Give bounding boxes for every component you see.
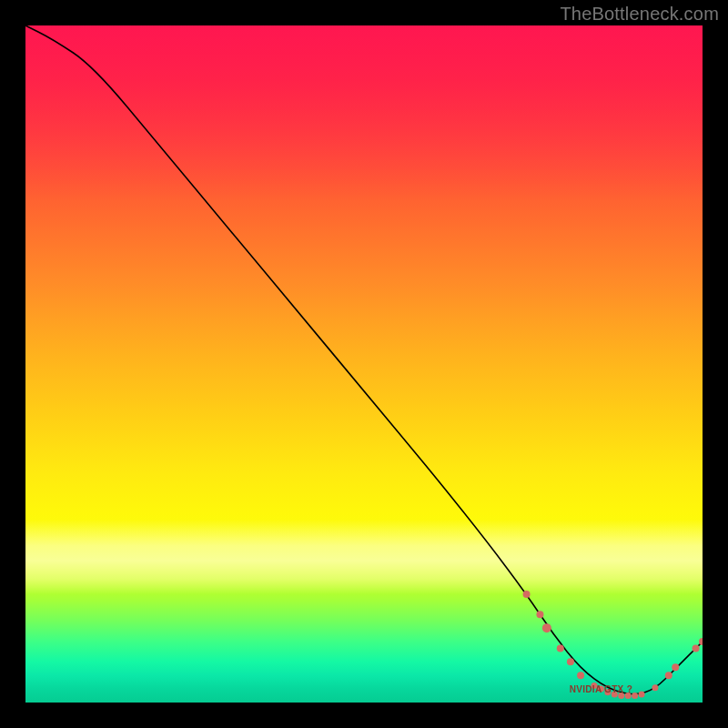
curve-marker xyxy=(632,693,638,699)
curve-marker xyxy=(577,672,584,679)
curve-marker xyxy=(557,644,564,652)
chart-stage: TheBottleneck.com NVIDIA GTX ? xyxy=(0,0,728,728)
curve-markers xyxy=(523,591,703,699)
curve-marker xyxy=(652,684,658,691)
curve-marker xyxy=(665,672,672,679)
bottleneck-curve xyxy=(25,25,703,694)
curve-layer xyxy=(25,25,703,703)
curve-marker xyxy=(639,692,645,698)
curve-marker xyxy=(567,658,574,665)
plot-area: NVIDIA GTX ? xyxy=(25,25,703,703)
curve-marker xyxy=(523,591,531,598)
curve-marker xyxy=(672,663,679,671)
curve-marker xyxy=(693,644,700,652)
curve-min-label: NVIDIA GTX ? xyxy=(570,684,632,694)
curve-marker xyxy=(542,623,551,632)
curve-marker xyxy=(536,611,543,618)
watermark-text: TheBottleneck.com xyxy=(560,4,719,25)
